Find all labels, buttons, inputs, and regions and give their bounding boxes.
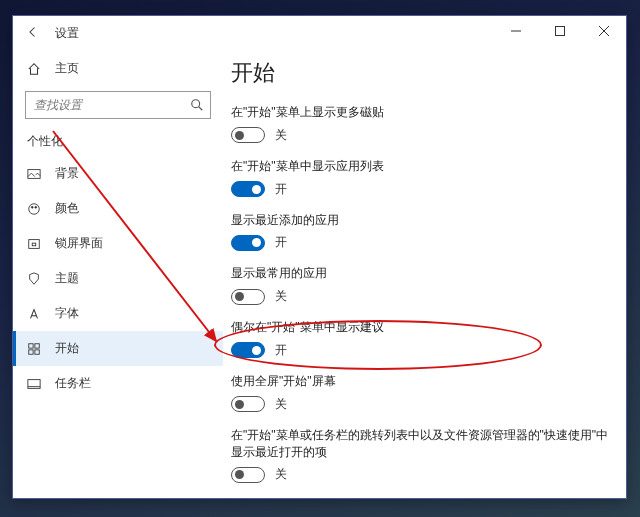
nav-label: 开始 bbox=[55, 340, 79, 357]
nav-background[interactable]: 背景 bbox=[13, 156, 223, 191]
theme-icon bbox=[27, 272, 41, 286]
svg-rect-6 bbox=[29, 239, 40, 248]
home-icon bbox=[27, 62, 41, 76]
svg-rect-10 bbox=[29, 349, 33, 353]
nav-lockscreen[interactable]: 锁屏界面 bbox=[13, 226, 223, 261]
sidebar: 主页 个性化 背景 颜色 锁屏界面 主题 bbox=[13, 50, 223, 498]
nav-taskbar[interactable]: 任务栏 bbox=[13, 366, 223, 401]
nav-label: 任务栏 bbox=[55, 375, 91, 392]
toggle-switch[interactable] bbox=[231, 396, 265, 412]
toggle-switch[interactable] bbox=[231, 181, 265, 197]
setting-label: 在"开始"菜单或任务栏的跳转列表中以及文件资源管理器的"快速使用"中显示最近打开… bbox=[231, 427, 610, 461]
home-label: 主页 bbox=[55, 60, 79, 77]
setting-row: 在"开始"菜单中显示应用列表开 bbox=[231, 158, 610, 198]
nav-label: 背景 bbox=[55, 165, 79, 182]
toggle-state: 关 bbox=[275, 466, 287, 483]
titlebar: 设置 bbox=[13, 16, 626, 50]
palette-icon bbox=[27, 202, 41, 216]
svg-point-4 bbox=[31, 206, 33, 208]
setting-row: 在"开始"菜单上显示更多磁贴关 bbox=[231, 104, 610, 144]
setting-label: 显示最近添加的应用 bbox=[231, 212, 610, 229]
lock-icon bbox=[27, 237, 41, 251]
setting-label: 在"开始"菜单中显示应用列表 bbox=[231, 158, 610, 175]
nav-label: 锁屏界面 bbox=[55, 235, 103, 252]
search-input[interactable] bbox=[25, 91, 211, 119]
setting-row: 在"开始"菜单或任务栏的跳转列表中以及文件资源管理器的"快速使用"中显示最近打开… bbox=[231, 427, 610, 484]
toggle-state: 关 bbox=[275, 396, 287, 413]
svg-rect-0 bbox=[556, 27, 565, 36]
nav-fonts[interactable]: 字体 bbox=[13, 296, 223, 331]
setting-row: 使用全屏"开始"屏幕关 bbox=[231, 373, 610, 413]
toggle-switch[interactable] bbox=[231, 342, 265, 358]
nav-colors[interactable]: 颜色 bbox=[13, 191, 223, 226]
window-title: 设置 bbox=[55, 25, 79, 42]
content-pane: 开始 在"开始"菜单上显示更多磁贴关在"开始"菜单中显示应用列表开显示最近添加的… bbox=[223, 50, 626, 498]
setting-label: 在"开始"菜单上显示更多磁贴 bbox=[231, 104, 610, 121]
setting-label: 使用全屏"开始"屏幕 bbox=[231, 373, 610, 390]
svg-rect-9 bbox=[35, 343, 39, 347]
toggle-state: 开 bbox=[275, 234, 287, 251]
setting-label: 显示最常用的应用 bbox=[231, 265, 610, 282]
toggle-switch[interactable] bbox=[231, 467, 265, 483]
svg-point-5 bbox=[35, 206, 37, 208]
toggle-state: 开 bbox=[275, 342, 287, 359]
picture-icon bbox=[27, 167, 41, 181]
nav-label: 主题 bbox=[55, 270, 79, 287]
nav-group-label: 个性化 bbox=[13, 123, 223, 156]
setting-row: 显示最常用的应用关 bbox=[231, 265, 610, 305]
page-heading: 开始 bbox=[231, 58, 610, 88]
taskbar-icon bbox=[27, 377, 41, 391]
nav-themes[interactable]: 主题 bbox=[13, 261, 223, 296]
setting-label: 偶尔在"开始"菜单中显示建议 bbox=[231, 319, 610, 336]
nav-start[interactable]: 开始 bbox=[13, 331, 223, 366]
toggle-switch[interactable] bbox=[231, 235, 265, 251]
toggle-switch[interactable] bbox=[231, 127, 265, 143]
toggle-state: 关 bbox=[275, 127, 287, 144]
svg-point-3 bbox=[29, 203, 40, 214]
svg-rect-8 bbox=[29, 343, 33, 347]
home-nav[interactable]: 主页 bbox=[13, 52, 223, 85]
search-icon bbox=[190, 98, 204, 112]
close-button[interactable] bbox=[582, 16, 626, 46]
maximize-button[interactable] bbox=[538, 16, 582, 46]
back-icon[interactable] bbox=[27, 24, 39, 42]
toggle-switch[interactable] bbox=[231, 289, 265, 305]
minimize-button[interactable] bbox=[494, 16, 538, 46]
start-icon bbox=[27, 342, 41, 356]
toggle-state: 开 bbox=[275, 181, 287, 198]
svg-rect-7 bbox=[32, 243, 36, 246]
nav-label: 字体 bbox=[55, 305, 79, 322]
toggle-state: 关 bbox=[275, 288, 287, 305]
setting-row: 显示最近添加的应用开 bbox=[231, 212, 610, 252]
settings-window: 设置 主页 个性化 背景 颜色 bbox=[12, 15, 627, 499]
font-icon bbox=[27, 307, 41, 321]
setting-row: 偶尔在"开始"菜单中显示建议开 bbox=[231, 319, 610, 359]
svg-point-1 bbox=[192, 100, 200, 108]
svg-rect-11 bbox=[35, 349, 39, 353]
nav-label: 颜色 bbox=[55, 200, 79, 217]
